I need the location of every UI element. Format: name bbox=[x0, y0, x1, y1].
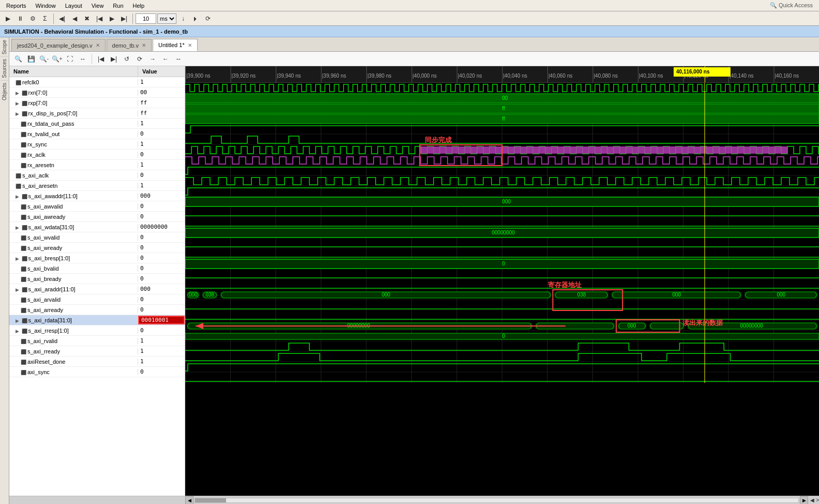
signal-icon-21: ⬛ bbox=[21, 298, 26, 303]
toolbar-step-fwd-btn[interactable]: |◀ bbox=[94, 13, 105, 24]
expand-arrow-3[interactable]: ▶ bbox=[16, 111, 21, 116]
toolbar-fwd-end-btn[interactable]: ▶| bbox=[118, 13, 130, 24]
signal-row-22[interactable]: ⬛s_axi_arready0 bbox=[9, 305, 185, 315]
toolbar-sigma-btn[interactable]: Σ bbox=[39, 13, 51, 24]
tab-demo-close[interactable]: ✕ bbox=[142, 42, 146, 48]
signal-row-8[interactable]: ⬛rx_aresetn1 bbox=[9, 160, 185, 170]
wave-zoom-out-btn[interactable]: 🔍- bbox=[38, 53, 50, 65]
tab-jesd[interactable]: jesd204_0_example_design.v ✕ bbox=[11, 39, 106, 51]
signal-row-9[interactable]: ⬛s_axi_aclk0 bbox=[9, 170, 185, 181]
expand-arrow-2[interactable]: ▶ bbox=[16, 101, 21, 106]
signal-value-7: 0 bbox=[138, 151, 185, 158]
signal-row-25[interactable]: ⬛s_axi_rvalid1 bbox=[9, 336, 185, 346]
expand-arrow-1[interactable]: ▶ bbox=[16, 91, 21, 96]
wave-zoom-in-btn[interactable]: 🔍+ bbox=[51, 53, 63, 65]
tab-demo[interactable]: demo_tb.v ✕ bbox=[107, 39, 152, 51]
signal-row-17[interactable]: ▶ ⬛s_axi_bresp[1:0]0 bbox=[9, 253, 185, 263]
expand-arrow-11[interactable]: ▶ bbox=[16, 194, 21, 199]
signal-row-6[interactable]: ⬛rx_sync1 bbox=[9, 139, 185, 150]
wave-swap-btn[interactable]: ↔ bbox=[173, 53, 184, 65]
signal-row-14[interactable]: ▶ ⬛s_axi_wdata[31:0]00000000 bbox=[9, 222, 185, 232]
expand-arrow-24[interactable]: ▶ bbox=[16, 329, 21, 334]
signal-row-3[interactable]: ▶ ⬛rx_disp_is_pos[7:0]ff bbox=[9, 108, 185, 118]
menu-view[interactable]: View bbox=[87, 2, 108, 10]
signal-row-11[interactable]: ▶ ⬛s_axi_awaddr[11:0]000 bbox=[9, 191, 185, 201]
signal-icon-27: ⬛ bbox=[21, 360, 26, 365]
signal-row-15[interactable]: ⬛s_axi_wvalid0 bbox=[9, 232, 185, 243]
signal-row-21[interactable]: ⬛s_axi_arvalid0 bbox=[9, 294, 185, 305]
signal-row-28[interactable]: ⬛axi_sync0 bbox=[9, 367, 185, 377]
scroll-left-btn[interactable]: ◀ bbox=[185, 496, 193, 505]
toolbar-step-back-btn[interactable]: ◀| bbox=[56, 13, 68, 24]
wave-toolbar: 🔍 💾 🔍- 🔍+ ⛶ ↔ |◀ ▶| ↺ ⟳ → ← ↔ bbox=[9, 52, 819, 66]
signal-row-12[interactable]: ⬛s_axi_awvalid0 bbox=[9, 201, 185, 212]
signal-row-1[interactable]: ▶ ⬛rxn[7:0]00 bbox=[9, 87, 185, 98]
signal-name-27: ⬛axiReset_done bbox=[9, 359, 138, 365]
toolbar-reset-btn[interactable]: ⟳ bbox=[202, 13, 214, 24]
signal-row-2[interactable]: ▶ ⬛rxp[7:0]ff bbox=[9, 98, 185, 108]
wave-last-btn[interactable]: ▶| bbox=[108, 53, 120, 65]
wave-redo-btn[interactable]: ⟳ bbox=[134, 53, 145, 65]
toolbar-pause-btn[interactable]: ⏸ bbox=[14, 13, 26, 24]
signal-row-7[interactable]: ⬛rx_aclk0 bbox=[9, 150, 185, 160]
signal-row-18[interactable]: ⬛s_axi_bvalid0 bbox=[9, 263, 185, 274]
signal-row-4[interactable]: ⬛rx_tdata_out_pass1 bbox=[9, 118, 185, 129]
signal-row-27[interactable]: ⬛axiReset_done1 bbox=[9, 357, 185, 367]
menu-run[interactable]: Run bbox=[109, 2, 127, 10]
signal-row-26[interactable]: ⬛s_axi_rready1 bbox=[9, 346, 185, 357]
tab-jesd-close[interactable]: ✕ bbox=[96, 42, 100, 48]
signal-row-13[interactable]: ⬛s_axi_awready0 bbox=[9, 212, 185, 222]
signal-name-text-5: rx_tvalid_out bbox=[27, 131, 59, 137]
wave-expand-btn[interactable]: ↔ bbox=[77, 53, 88, 65]
menu-help[interactable]: Help bbox=[129, 2, 149, 10]
waveform-area[interactable] bbox=[185, 66, 819, 496]
toolbar-run-btn[interactable]: ▶ bbox=[2, 13, 13, 24]
scroll-track[interactable] bbox=[195, 498, 799, 503]
signal-row-5[interactable]: ⬛rx_tvalid_out0 bbox=[9, 129, 185, 139]
wave-search-btn[interactable]: 🔍 bbox=[12, 53, 24, 65]
wave-save-btn[interactable]: 💾 bbox=[25, 53, 37, 65]
toolbar-pause2-btn[interactable]: ⏵ bbox=[190, 13, 201, 24]
signal-row-19[interactable]: ⬛s_axi_bready0 bbox=[9, 274, 185, 284]
signal-row-24[interactable]: ▶ ⬛s_axi_rresp[1:0]0 bbox=[9, 325, 185, 336]
wave-prev-edge-btn[interactable]: ← bbox=[160, 53, 171, 65]
side-objects[interactable]: Objects bbox=[1, 80, 8, 102]
time-unit-select[interactable]: ms us ns ps bbox=[157, 13, 176, 24]
scroll-right-btn[interactable]: ▶ bbox=[800, 496, 808, 505]
toolbar-x-btn[interactable]: ✖ bbox=[81, 13, 93, 24]
time-value-input[interactable] bbox=[136, 13, 156, 24]
wave-fit-btn[interactable]: ⛶ bbox=[64, 53, 76, 65]
signal-row-20[interactable]: ▶ ⬛s_axi_araddr[11:0]000 bbox=[9, 284, 185, 294]
toolbar-fwd-btn[interactable]: ▶ bbox=[106, 13, 117, 24]
toolbar-back-btn[interactable]: ◀ bbox=[69, 13, 80, 24]
menu-reports[interactable]: Reports bbox=[2, 2, 31, 10]
signal-name-text-22: s_axi_arready bbox=[27, 307, 63, 313]
expand-arrow-17[interactable]: ▶ bbox=[16, 256, 21, 261]
signal-icon-12: ⬛ bbox=[21, 204, 26, 210]
signal-value-14: 00000000 bbox=[138, 224, 185, 230]
signal-name-8: ⬛rx_aresetn bbox=[9, 162, 138, 168]
col-value-header: Value bbox=[138, 66, 185, 77]
signal-row-10[interactable]: ⬛s_axi_aresetn1 bbox=[9, 181, 185, 191]
wave-next-edge-btn[interactable]: → bbox=[147, 53, 158, 65]
signal-row-0[interactable]: ⬛refclk01 bbox=[9, 77, 185, 87]
expand-arrow-20[interactable]: ▶ bbox=[16, 287, 21, 292]
tab-untitled[interactable]: Untitled 1* ✕ bbox=[153, 39, 198, 51]
toolbar-settings-btn[interactable]: ⚙ bbox=[27, 13, 38, 24]
expand-arrow-14[interactable]: ▶ bbox=[16, 225, 21, 230]
expand-arrow-23[interactable]: ▶ bbox=[16, 318, 21, 323]
signal-name-text-6: rx_sync bbox=[27, 141, 47, 147]
wave-undo-btn[interactable]: ↺ bbox=[121, 53, 132, 65]
wave-first-btn[interactable]: |◀ bbox=[95, 53, 107, 65]
signal-row-23[interactable]: ▶ ⬛s_axi_rdata[31:0]00010001 bbox=[9, 315, 185, 325]
toolbar-sep-1 bbox=[53, 13, 54, 24]
signal-name-18: ⬛s_axi_bvalid bbox=[9, 265, 138, 272]
signal-icon-9: ⬛ bbox=[16, 173, 21, 179]
side-sources[interactable]: Sources bbox=[1, 56, 8, 80]
tab-untitled-close[interactable]: ✕ bbox=[188, 42, 192, 48]
toolbar-apply-time-btn[interactable]: ↓ bbox=[177, 13, 189, 24]
menu-layout[interactable]: Layout bbox=[61, 2, 86, 10]
signal-row-16[interactable]: ⬛s_axi_wready0 bbox=[9, 243, 185, 253]
side-scope[interactable]: Scope bbox=[1, 37, 8, 56]
menu-window[interactable]: Window bbox=[32, 2, 60, 10]
